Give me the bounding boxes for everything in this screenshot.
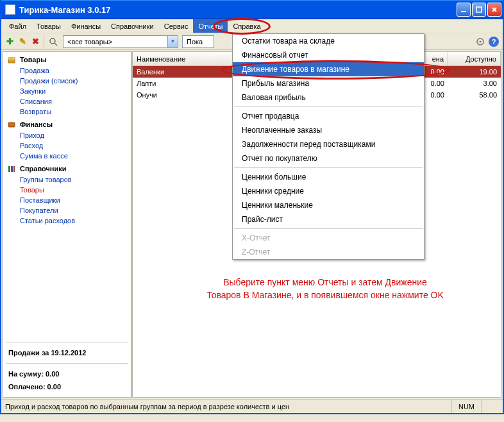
svg-line-3 — [55, 43, 57, 46]
sidebar-item[interactable]: Сумма в кассе — [3, 151, 131, 161]
books-icon — [7, 164, 16, 173]
sidebar-item[interactable]: Товары — [3, 185, 131, 195]
menu-separator — [234, 106, 423, 107]
add-button[interactable]: ✚ — [4, 36, 15, 47]
close-button[interactable] — [487, 3, 501, 17]
sidebar-item[interactable]: Статьи расходов — [3, 215, 131, 226]
menu-help[interactable]: Справка — [228, 19, 265, 33]
sidebar-item[interactable]: Закупки — [3, 86, 131, 96]
sidebar-group-books[interactable]: Справочники — [3, 161, 131, 174]
menu-item[interactable]: Отчет по покупателю — [233, 151, 424, 165]
menu-reports[interactable]: Отчеты — [193, 19, 228, 33]
sidebar-group-wallet[interactable]: Финансы — [3, 117, 131, 130]
menu-item[interactable]: Отчет продавца — [233, 109, 424, 123]
menu-item[interactable]: Остатки товара на складе — [233, 34, 424, 48]
menu-item[interactable]: Ценники средние — [233, 184, 424, 198]
menu-separator — [234, 167, 423, 168]
separator — [44, 36, 45, 47]
group-combo[interactable]: <все товары> ▼ — [63, 35, 178, 48]
menu-item[interactable]: Валовая прибыль — [233, 90, 424, 105]
sidebar-item[interactable]: Списания — [3, 96, 131, 106]
group-combo-text: <все товары> — [63, 38, 116, 46]
sidebar-item[interactable]: Продажа — [3, 65, 131, 76]
svg-rect-10 — [11, 166, 13, 172]
col-avail[interactable]: Доступно — [448, 52, 501, 65]
menu-finance[interactable]: Финансы — [66, 19, 106, 33]
menu-item[interactable]: Прайс-лист — [233, 212, 424, 226]
menubar: Файл Товары Финансы Справочники Сервис О… — [1, 19, 503, 33]
sidebar-item[interactable]: Покупатели — [3, 205, 131, 215]
menu-item[interactable]: Движение товаров в магазине — [233, 62, 424, 76]
svg-rect-9 — [8, 166, 10, 172]
gear-icon[interactable] — [475, 36, 486, 47]
sidebar-item[interactable]: Возвраты — [3, 106, 131, 117]
menu-separator — [234, 228, 423, 229]
status-num: NUM — [451, 400, 481, 413]
chevron-down-icon: ▼ — [167, 36, 178, 47]
titlebar: Тирика-Магазин 3.0.17 — [1, 0, 503, 19]
sidebar-group-box[interactable]: Товары — [3, 52, 131, 65]
svg-rect-11 — [13, 166, 15, 172]
menu-service[interactable]: Сервис — [159, 19, 194, 33]
menu-refs[interactable]: Справочники — [106, 19, 159, 33]
cell-avail: 58.00 — [448, 91, 501, 99]
menu-goods[interactable]: Товары — [31, 19, 66, 33]
maximize-button[interactable] — [472, 3, 486, 17]
svg-point-2 — [50, 38, 55, 44]
menu-item[interactable]: Ценники маленькие — [233, 198, 424, 212]
reports-dropdown: Остатки товара на складеФинансовый отчет… — [232, 33, 424, 260]
menu-item[interactable]: Финансовый отчет — [233, 48, 424, 62]
menu-item[interactable]: Неоплаченные заказы — [233, 123, 424, 137]
svg-rect-8 — [8, 122, 15, 127]
statusbar: Приход и расход товаров по выбранным гру… — [1, 399, 503, 413]
menu-item[interactable]: Прибыль магазина — [233, 76, 424, 90]
cell-avail: 19.00 — [448, 68, 501, 76]
svg-rect-1 — [476, 7, 482, 12]
sidebar-item[interactable]: Продажи (список) — [3, 76, 131, 86]
wallet-icon — [7, 120, 16, 129]
sidebar-item[interactable]: Приход — [3, 130, 131, 140]
app-icon — [5, 4, 15, 15]
status-text: Приход и расход товаров по выбранным гру… — [5, 403, 289, 410]
sidebar-item[interactable]: Группы товаров — [3, 174, 131, 185]
show-combo[interactable]: Пока — [182, 35, 214, 48]
menu-item[interactable]: Ценники большие — [233, 170, 424, 184]
sidebar-paid: Оплачено: 0.00 — [3, 380, 131, 393]
menu-file[interactable]: Файл — [4, 19, 31, 33]
svg-rect-0 — [461, 11, 466, 12]
menu-item: X-Отчет — [233, 231, 424, 245]
menu-item[interactable]: Задолженности перед поставщиками — [233, 137, 424, 151]
status-empty — [481, 400, 499, 413]
sidebar-item[interactable]: Расход — [3, 140, 131, 151]
search-button[interactable] — [47, 36, 59, 47]
minimize-button[interactable] — [457, 3, 471, 17]
window-title: Тирика-Магазин 3.0.17 — [19, 5, 457, 15]
svg-rect-7 — [8, 58, 15, 60]
sidebar-sum: На сумму: 0.00 — [3, 367, 131, 380]
delete-button[interactable]: ✖ — [29, 36, 41, 47]
sidebar-sales-date: Продажи за 19.12.2012 — [3, 346, 131, 359]
box-icon — [7, 55, 16, 64]
help-icon[interactable]: ? — [489, 37, 499, 47]
menu-item: Z-Отчет — [233, 245, 424, 259]
edit-button[interactable]: ✎ — [17, 36, 28, 47]
show-combo-text: Пока — [183, 38, 206, 46]
sidebar-item[interactable]: Поставщики — [3, 195, 131, 205]
svg-point-5 — [480, 41, 482, 43]
cell-avail: 3.00 — [448, 80, 501, 87]
sidebar: ТоварыПродажаПродажи (список)ЗакупкиСпис… — [3, 51, 132, 398]
